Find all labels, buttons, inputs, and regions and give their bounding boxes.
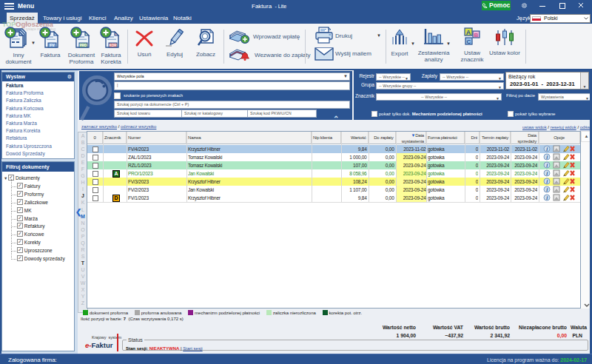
svg-text:PRO: PRO (80, 44, 87, 47)
svg-text:A: A (466, 29, 471, 36)
svg-text:FV: FV (50, 43, 55, 47)
svg-text:B: B (474, 32, 479, 38)
svg-text:KOR: KOR (110, 44, 118, 47)
svg-text:C: C (467, 38, 471, 45)
